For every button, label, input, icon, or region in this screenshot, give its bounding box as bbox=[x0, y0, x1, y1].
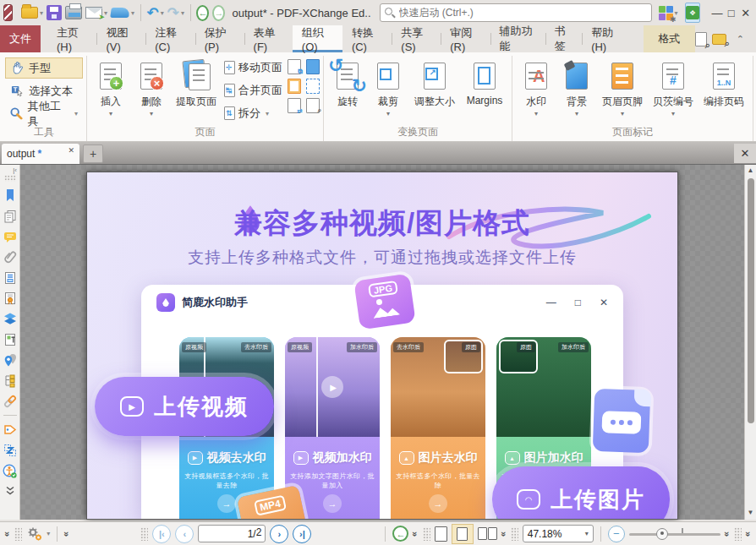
menu-help[interactable]: 帮助(H) bbox=[582, 25, 631, 52]
menu-form[interactable]: 表单(F) bbox=[244, 25, 293, 52]
panel-grip[interactable] bbox=[4, 175, 16, 182]
tags-panel-icon[interactable] bbox=[3, 422, 18, 437]
menu-convert[interactable]: 转换(C) bbox=[342, 25, 392, 52]
crop-pages-button[interactable]: 裁剪 ▾ bbox=[368, 57, 408, 117]
redo-button[interactable]: ↷▾ bbox=[167, 3, 184, 23]
fit-width-button[interactable] bbox=[452, 524, 474, 544]
find-pages-icon[interactable]: ⌕ bbox=[306, 98, 320, 113]
layers-panel-icon[interactable] bbox=[3, 311, 18, 326]
background-button[interactable]: 背景 ▾ bbox=[556, 57, 597, 117]
duplicate-pages-icon[interactable]: ⧉ bbox=[288, 59, 301, 74]
panel-collapse-icon[interactable]: |‹ bbox=[13, 165, 19, 174]
zoom-out-button[interactable]: − bbox=[608, 526, 625, 542]
last-page-button[interactable]: ›| bbox=[293, 525, 311, 543]
single-page-view-icon[interactable] bbox=[435, 526, 447, 542]
scroll-up-icon[interactable]: ▲ bbox=[745, 165, 756, 177]
header-footer-button[interactable]: 页眉页脚 ▾ bbox=[597, 57, 648, 117]
fields-panel-icon[interactable] bbox=[3, 270, 18, 286]
signatures-panel-icon[interactable] bbox=[3, 291, 18, 306]
destinations-panel-icon[interactable] bbox=[3, 352, 18, 368]
find-in-document-icon[interactable] bbox=[695, 32, 707, 46]
scrollbar-thumb[interactable] bbox=[748, 178, 754, 423]
search-input[interactable] bbox=[380, 3, 652, 22]
minimize-button[interactable]: — bbox=[710, 2, 725, 24]
hand-tool-button[interactable]: 手型 bbox=[5, 57, 83, 79]
structure-panel-icon[interactable] bbox=[3, 373, 18, 389]
upload-image-button[interactable]: ◠ 上传图片 bbox=[492, 466, 670, 520]
bates-numbering-button[interactable]: # 贝茨编号 ▾ bbox=[648, 57, 698, 117]
merge-pages-button[interactable]: ↹ 合并页面 bbox=[224, 80, 282, 101]
history-forward-button[interactable]: → bbox=[212, 5, 225, 21]
previous-page-button[interactable]: ‹ bbox=[175, 525, 194, 543]
more-tools-icon[interactable]: » bbox=[62, 531, 72, 536]
tab-close-icon[interactable]: ✕ bbox=[68, 146, 74, 155]
export-pages-icon[interactable] bbox=[288, 79, 301, 94]
comments-panel-icon[interactable] bbox=[3, 229, 18, 244]
margins-button[interactable]: Margins bbox=[461, 57, 508, 106]
slider-thumb[interactable] bbox=[656, 528, 668, 540]
other-tools-button[interactable]: 其他工具 ▾ bbox=[5, 103, 83, 124]
swap-pages-icon[interactable]: ⇄ bbox=[288, 98, 301, 113]
settings-button[interactable]: ▾ bbox=[26, 526, 50, 542]
quick-launch-search[interactable] bbox=[380, 3, 652, 22]
toolbar-grip[interactable] bbox=[423, 527, 430, 541]
thumbnails-panel-icon[interactable] bbox=[3, 209, 18, 224]
more-tools-icon[interactable]: » bbox=[3, 531, 13, 536]
undo-button[interactable]: ↶▾ bbox=[146, 3, 163, 23]
order-panel-icon[interactable] bbox=[3, 443, 18, 458]
content-panel-icon[interactable] bbox=[3, 332, 18, 347]
search-in-files-icon[interactable] bbox=[712, 34, 726, 45]
menu-view[interactable]: 视图(V) bbox=[96, 25, 145, 52]
close-button[interactable]: ✕ bbox=[738, 2, 753, 24]
document-tab[interactable]: output * ✕ bbox=[2, 144, 79, 164]
two-page-view-icon[interactable] bbox=[478, 527, 497, 540]
document-canvas[interactable]: 兼容多种视频/图片格式 支持上传多种格式文件，可通过拖拽或选择文件上传 简鹿水印… bbox=[20, 165, 744, 520]
collapse-ribbon-icon[interactable]: ⌃ bbox=[731, 34, 749, 45]
first-page-button[interactable]: |‹ bbox=[152, 525, 171, 543]
toolbar-grip[interactable] bbox=[734, 527, 742, 541]
select-pages-icon[interactable] bbox=[306, 79, 320, 94]
delete-pages-button[interactable]: × 删除 ▾ bbox=[131, 57, 172, 117]
number-pages-button[interactable]: 1..N 编排页码 bbox=[698, 57, 749, 109]
insert-pages-button[interactable]: + 插入 ▾ bbox=[90, 57, 131, 117]
scan-button[interactable]: ▾ bbox=[111, 3, 134, 23]
close-document-button[interactable]: ✕ bbox=[734, 144, 756, 163]
email-button[interactable]: ▾ bbox=[85, 3, 107, 23]
fullscreen-button[interactable]: ✥ bbox=[685, 3, 700, 23]
toolbar-grip[interactable] bbox=[14, 527, 22, 541]
menu-home[interactable]: 主页(H) bbox=[47, 25, 96, 52]
rotate-pages-button[interactable]: ↻ ↻ 旋转 bbox=[327, 57, 368, 109]
page-number-box[interactable]: 1/2 bbox=[198, 525, 266, 542]
menu-file[interactable]: 文件 bbox=[0, 25, 41, 52]
new-tab-button[interactable]: + bbox=[83, 144, 103, 163]
links-panel-icon[interactable] bbox=[3, 394, 18, 409]
ui-options-button[interactable]: ▾ bbox=[659, 3, 678, 23]
menu-bookmarks[interactable]: 书签 bbox=[545, 25, 583, 52]
toolbar-grip[interactable] bbox=[511, 527, 518, 541]
attachments-panel-icon[interactable] bbox=[3, 249, 18, 264]
zoom-slider[interactable] bbox=[629, 526, 720, 542]
resize-pages-button[interactable]: 调整大小 bbox=[408, 57, 461, 109]
more-panels-icon[interactable] bbox=[3, 483, 18, 499]
zoom-level-select[interactable]: 47.18% ▾ bbox=[523, 525, 594, 542]
bookmarks-panel-icon[interactable] bbox=[3, 188, 18, 203]
previous-view-button[interactable]: ← bbox=[392, 526, 408, 542]
watermark-button[interactable]: A 水印 ▾ bbox=[516, 57, 556, 117]
extract-pages-button[interactable]: 提取页面 bbox=[172, 57, 221, 109]
history-back-button[interactable]: ← bbox=[196, 5, 209, 21]
upload-video-button[interactable]: ▶ 上传视频 bbox=[95, 377, 274, 436]
menu-format[interactable]: 格式 bbox=[644, 25, 695, 52]
vertical-scrollbar[interactable]: ▲ ▼ bbox=[744, 165, 756, 520]
menu-review[interactable]: 审阅(R) bbox=[441, 25, 490, 52]
move-pages-button[interactable]: ✛ 移动页面 bbox=[224, 57, 282, 78]
more-tools-icon[interactable]: » bbox=[411, 531, 421, 536]
open-file-button[interactable]: ▾ bbox=[21, 3, 43, 23]
save-button[interactable] bbox=[47, 3, 62, 23]
menu-accessibility[interactable]: 辅助功能 bbox=[490, 25, 545, 52]
selected-page-icon[interactable] bbox=[306, 59, 320, 74]
more-tools-icon[interactable]: » bbox=[499, 531, 509, 536]
print-button[interactable] bbox=[65, 3, 82, 23]
toolbar-grip[interactable] bbox=[140, 527, 148, 541]
menu-comment[interactable]: 注释(C) bbox=[145, 25, 194, 52]
more-tools-icon[interactable]: » bbox=[722, 531, 732, 536]
